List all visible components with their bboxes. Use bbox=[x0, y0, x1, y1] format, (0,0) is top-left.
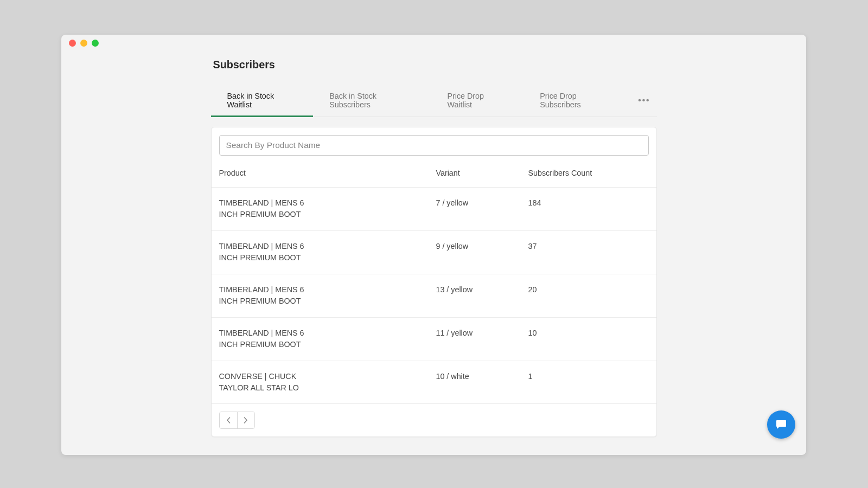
table-row[interactable]: TIMBERLAND | MENS 6 INCH PREMIUM BOOT 11… bbox=[212, 317, 656, 361]
window-close-icon[interactable] bbox=[69, 40, 76, 47]
table-row[interactable]: TIMBERLAND | MENS 6 INCH PREMIUM BOOT 9 … bbox=[212, 230, 656, 274]
cell-variant: 10 / white bbox=[436, 371, 528, 382]
table-row[interactable]: TIMBERLAND | MENS 6 INCH PREMIUM BOOT 13… bbox=[212, 274, 656, 317]
app-window: Subscribers Back in Stock Waitlist Back … bbox=[61, 35, 806, 455]
cell-variant: 9 / yellow bbox=[436, 241, 528, 252]
table-row[interactable]: CONVERSE | CHUCK TAYLOR ALL STAR LO 10 /… bbox=[212, 361, 656, 404]
tab-overflow-button[interactable]: ••• bbox=[631, 90, 656, 111]
pagination bbox=[212, 403, 656, 436]
prev-page-button[interactable] bbox=[220, 412, 237, 428]
col-header-product: Product bbox=[219, 169, 436, 177]
cell-count: 37 bbox=[528, 241, 649, 252]
search-wrap bbox=[212, 127, 656, 163]
cell-product: TIMBERLAND | MENS 6 INCH PREMIUM BOOT bbox=[219, 241, 436, 264]
chevron-right-icon bbox=[244, 417, 248, 423]
cell-variant: 13 / yellow bbox=[436, 284, 528, 296]
chat-bubble-icon bbox=[775, 418, 788, 431]
search-input[interactable] bbox=[219, 135, 649, 156]
cell-variant: 11 / yellow bbox=[436, 328, 528, 339]
col-header-count: Subscribers Count bbox=[528, 169, 649, 177]
cell-product: TIMBERLAND | MENS 6 INCH PREMIUM BOOT bbox=[219, 328, 436, 351]
more-horizontal-icon: ••• bbox=[638, 95, 650, 105]
window-zoom-icon[interactable] bbox=[92, 40, 99, 47]
cell-count: 1 bbox=[528, 371, 649, 382]
tab-back-in-stock-subscribers[interactable]: Back in Stock Subscribers bbox=[313, 84, 431, 117]
next-page-button[interactable] bbox=[237, 412, 254, 428]
content: Subscribers Back in Stock Waitlist Back … bbox=[211, 51, 657, 455]
cell-count: 20 bbox=[528, 284, 649, 296]
table-row[interactable]: TIMBERLAND | MENS 6 INCH PREMIUM BOOT 7 … bbox=[212, 187, 656, 230]
window-minimize-icon[interactable] bbox=[80, 40, 87, 47]
window-titlebar bbox=[61, 35, 806, 51]
tab-bar: Back in Stock Waitlist Back in Stock Sub… bbox=[211, 84, 657, 117]
chat-fab-button[interactable] bbox=[767, 410, 795, 439]
table-header: Product Variant Subscribers Count bbox=[212, 163, 656, 187]
cell-count: 184 bbox=[528, 197, 649, 209]
col-header-variant: Variant bbox=[436, 169, 528, 177]
tab-price-drop-subscribers[interactable]: Price Drop Subscribers bbox=[524, 84, 631, 117]
pagination-group bbox=[219, 412, 255, 429]
subscribers-card: Product Variant Subscribers Count TIMBER… bbox=[211, 127, 657, 437]
cell-count: 10 bbox=[528, 328, 649, 339]
chevron-left-icon bbox=[226, 417, 231, 423]
tab-price-drop-waitlist[interactable]: Price Drop Waitlist bbox=[431, 84, 524, 117]
tab-back-in-stock-waitlist[interactable]: Back in Stock Waitlist bbox=[211, 84, 314, 117]
cell-product: TIMBERLAND | MENS 6 INCH PREMIUM BOOT bbox=[219, 197, 436, 221]
page-title: Subscribers bbox=[213, 59, 657, 71]
cell-product: TIMBERLAND | MENS 6 INCH PREMIUM BOOT bbox=[219, 284, 436, 307]
cell-product: CONVERSE | CHUCK TAYLOR ALL STAR LO bbox=[219, 371, 436, 394]
cell-variant: 7 / yellow bbox=[436, 197, 528, 209]
